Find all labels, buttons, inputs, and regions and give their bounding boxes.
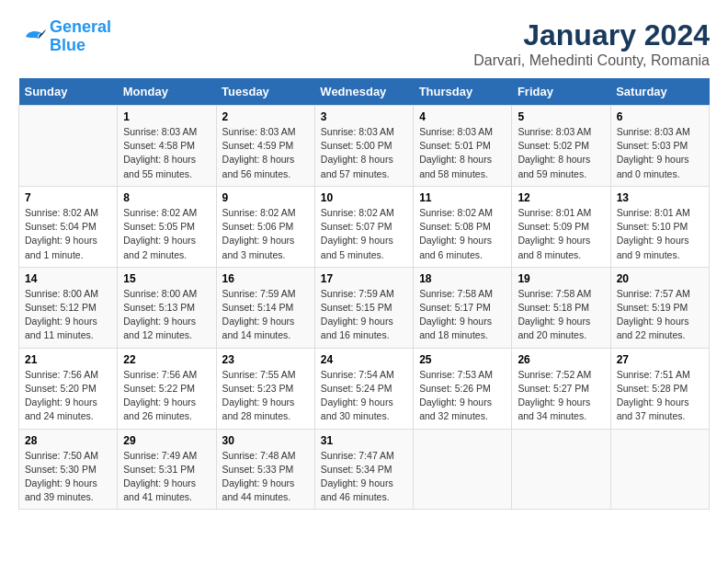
calendar-cell: 9Sunrise: 8:02 AMSunset: 5:06 PMDaylight… — [216, 186, 314, 267]
day-number: 8 — [123, 191, 210, 204]
calendar-cell: 14Sunrise: 8:00 AMSunset: 5:12 PMDayligh… — [19, 267, 118, 348]
week-row-2: 7Sunrise: 8:02 AMSunset: 5:04 PMDaylight… — [19, 186, 710, 267]
day-info: Sunrise: 8:02 AMSunset: 5:04 PMDaylight:… — [25, 206, 111, 262]
day-number: 27 — [617, 353, 703, 366]
day-number: 19 — [518, 272, 604, 285]
day-info: Sunrise: 8:03 AMSunset: 4:58 PMDaylight:… — [123, 125, 210, 181]
calendar-cell: 28Sunrise: 7:50 AMSunset: 5:30 PMDayligh… — [19, 429, 118, 510]
calendar-cell: 2Sunrise: 8:03 AMSunset: 4:59 PMDaylight… — [216, 106, 314, 187]
day-number: 22 — [123, 353, 210, 366]
logo: General Blue — [18, 18, 111, 55]
day-number: 16 — [222, 272, 309, 285]
day-info: Sunrise: 7:55 AMSunset: 5:23 PMDaylight:… — [222, 368, 309, 424]
calendar-cell: 12Sunrise: 8:01 AMSunset: 5:09 PMDayligh… — [512, 186, 610, 267]
day-number: 31 — [321, 434, 407, 447]
calendar-cell: 27Sunrise: 7:51 AMSunset: 5:28 PMDayligh… — [610, 348, 709, 429]
day-info: Sunrise: 8:02 AMSunset: 5:05 PMDaylight:… — [123, 206, 210, 262]
day-number: 10 — [321, 191, 407, 204]
calendar-cell: 3Sunrise: 8:03 AMSunset: 5:00 PMDaylight… — [314, 106, 413, 187]
day-number: 20 — [617, 272, 703, 285]
logo-line1: General — [50, 17, 111, 36]
calendar-table: SundayMondayTuesdayWednesdayThursdayFrid… — [18, 78, 710, 510]
day-info: Sunrise: 8:00 AMSunset: 5:12 PMDaylight:… — [25, 287, 111, 343]
day-number: 17 — [321, 272, 407, 285]
calendar-cell: 22Sunrise: 7:56 AMSunset: 5:22 PMDayligh… — [118, 348, 216, 429]
calendar-cell: 21Sunrise: 7:56 AMSunset: 5:20 PMDayligh… — [19, 348, 118, 429]
title-area: January 2024 Darvari, Mehedinti County, … — [473, 18, 710, 69]
day-number: 29 — [123, 434, 210, 447]
calendar-cell: 20Sunrise: 7:57 AMSunset: 5:19 PMDayligh… — [610, 267, 709, 348]
day-info: Sunrise: 7:48 AMSunset: 5:33 PMDaylight:… — [222, 449, 309, 505]
day-info: Sunrise: 8:02 AMSunset: 5:07 PMDaylight:… — [321, 206, 407, 262]
calendar-cell: 1Sunrise: 8:03 AMSunset: 4:58 PMDaylight… — [118, 106, 216, 187]
day-number: 14 — [25, 272, 111, 285]
day-info: Sunrise: 7:59 AMSunset: 5:14 PMDaylight:… — [222, 287, 309, 343]
calendar-cell: 19Sunrise: 7:58 AMSunset: 5:18 PMDayligh… — [512, 267, 610, 348]
day-number: 12 — [518, 191, 604, 204]
calendar-cell: 13Sunrise: 8:01 AMSunset: 5:10 PMDayligh… — [610, 186, 709, 267]
day-info: Sunrise: 8:03 AMSunset: 5:02 PMDaylight:… — [518, 125, 604, 181]
calendar-cell: 16Sunrise: 7:59 AMSunset: 5:14 PMDayligh… — [216, 267, 314, 348]
day-info: Sunrise: 7:49 AMSunset: 5:31 PMDaylight:… — [123, 449, 210, 505]
page-subtitle: Darvari, Mehedinti County, Romania — [473, 52, 710, 69]
day-info: Sunrise: 8:01 AMSunset: 5:10 PMDaylight:… — [617, 206, 703, 262]
day-number: 30 — [222, 434, 309, 447]
page-header: General Blue January 2024 Darvari, Mehed… — [18, 18, 710, 69]
header-day-thursday: Thursday — [414, 78, 512, 106]
calendar-cell — [512, 429, 610, 510]
calendar-cell: 15Sunrise: 8:00 AMSunset: 5:13 PMDayligh… — [118, 267, 216, 348]
day-number: 24 — [321, 353, 407, 366]
header-day-tuesday: Tuesday — [216, 78, 314, 106]
calendar-cell: 30Sunrise: 7:48 AMSunset: 5:33 PMDayligh… — [216, 429, 314, 510]
calendar-cell: 24Sunrise: 7:54 AMSunset: 5:24 PMDayligh… — [314, 348, 413, 429]
day-number: 25 — [419, 353, 506, 366]
day-number: 1 — [123, 110, 210, 123]
day-number: 6 — [617, 110, 703, 123]
header-day-wednesday: Wednesday — [314, 78, 413, 106]
day-info: Sunrise: 7:56 AMSunset: 5:20 PMDaylight:… — [25, 368, 111, 424]
day-info: Sunrise: 8:02 AMSunset: 5:08 PMDaylight:… — [419, 206, 506, 262]
calendar-cell: 4Sunrise: 8:03 AMSunset: 5:01 PMDaylight… — [414, 106, 512, 187]
calendar-cell — [414, 429, 512, 510]
day-info: Sunrise: 8:02 AMSunset: 5:06 PMDaylight:… — [222, 206, 309, 262]
header-day-saturday: Saturday — [610, 78, 709, 106]
header-day-sunday: Sunday — [19, 78, 118, 106]
day-number: 7 — [25, 191, 111, 204]
calendar-cell: 11Sunrise: 8:02 AMSunset: 5:08 PMDayligh… — [414, 186, 512, 267]
day-number: 26 — [518, 353, 604, 366]
week-row-5: 28Sunrise: 7:50 AMSunset: 5:30 PMDayligh… — [19, 429, 710, 510]
logo-line2: Blue — [50, 36, 85, 54]
calendar-cell: 29Sunrise: 7:49 AMSunset: 5:31 PMDayligh… — [118, 429, 216, 510]
day-info: Sunrise: 7:59 AMSunset: 5:15 PMDaylight:… — [321, 287, 407, 343]
week-row-4: 21Sunrise: 7:56 AMSunset: 5:20 PMDayligh… — [19, 348, 710, 429]
day-info: Sunrise: 8:03 AMSunset: 4:59 PMDaylight:… — [222, 125, 309, 181]
day-number: 28 — [25, 434, 111, 447]
day-info: Sunrise: 7:54 AMSunset: 5:24 PMDaylight:… — [321, 368, 407, 424]
day-info: Sunrise: 7:53 AMSunset: 5:26 PMDaylight:… — [419, 368, 506, 424]
header-day-monday: Monday — [118, 78, 216, 106]
day-info: Sunrise: 8:03 AMSunset: 5:01 PMDaylight:… — [419, 125, 506, 181]
day-info: Sunrise: 8:01 AMSunset: 5:09 PMDaylight:… — [518, 206, 604, 262]
day-number: 5 — [518, 110, 604, 123]
calendar-cell: 23Sunrise: 7:55 AMSunset: 5:23 PMDayligh… — [216, 348, 314, 429]
day-number: 4 — [419, 110, 506, 123]
day-number: 3 — [321, 110, 407, 123]
day-info: Sunrise: 8:00 AMSunset: 5:13 PMDaylight:… — [123, 287, 210, 343]
calendar-cell: 8Sunrise: 8:02 AMSunset: 5:05 PMDaylight… — [118, 186, 216, 267]
header-day-friday: Friday — [512, 78, 610, 106]
calendar-cell: 5Sunrise: 8:03 AMSunset: 5:02 PMDaylight… — [512, 106, 610, 187]
logo-bird-icon — [18, 26, 46, 48]
day-info: Sunrise: 7:58 AMSunset: 5:18 PMDaylight:… — [518, 287, 604, 343]
day-number: 11 — [419, 191, 506, 204]
logo-text: General Blue — [50, 18, 111, 55]
calendar-cell: 25Sunrise: 7:53 AMSunset: 5:26 PMDayligh… — [414, 348, 512, 429]
week-row-1: 1Sunrise: 8:03 AMSunset: 4:58 PMDaylight… — [19, 106, 710, 187]
day-info: Sunrise: 7:51 AMSunset: 5:28 PMDaylight:… — [617, 368, 703, 424]
page-title: January 2024 — [473, 18, 710, 52]
week-row-3: 14Sunrise: 8:00 AMSunset: 5:12 PMDayligh… — [19, 267, 710, 348]
day-number: 18 — [419, 272, 506, 285]
calendar-cell: 10Sunrise: 8:02 AMSunset: 5:07 PMDayligh… — [314, 186, 413, 267]
day-number: 13 — [617, 191, 703, 204]
calendar-cell: 6Sunrise: 8:03 AMSunset: 5:03 PMDaylight… — [610, 106, 709, 187]
day-info: Sunrise: 7:56 AMSunset: 5:22 PMDaylight:… — [123, 368, 210, 424]
